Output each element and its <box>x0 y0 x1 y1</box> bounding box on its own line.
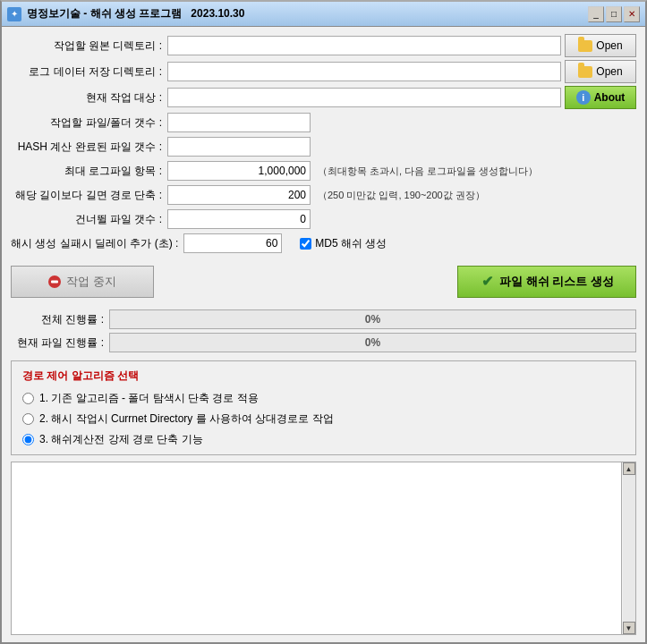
hash-done-label: HASH 계산 완료된 파일 갯수 : <box>11 140 167 155</box>
algo-options: 1. 기존 알고리즘 - 폴더 탐색시 단축 경로 적용 2. 해시 작업시 C… <box>22 391 625 447</box>
current-progress-bar: 0% <box>109 333 636 352</box>
max-log-input[interactable] <box>167 161 311 181</box>
window-title: 명정보기술 - 해쉬 생성 프로그램 2023.10.30 <box>27 6 244 21</box>
app-icon: ✦ <box>7 7 21 21</box>
path-shorten-input[interactable] <box>167 185 311 205</box>
button-row: 작업 중지 ✔ 파일 해쉬 리스트 생성 <box>11 262 636 301</box>
max-log-label: 최대 로그파일 항목 : <box>11 164 167 179</box>
title-buttons: _ □ ✕ <box>588 6 640 22</box>
md5-checkbox[interactable] <box>300 238 311 250</box>
maximize-button[interactable]: □ <box>606 6 622 22</box>
log-textarea[interactable] <box>11 462 622 635</box>
scroll-down-button[interactable]: ▼ <box>623 622 635 634</box>
delay-row: 해시 생성 실패시 딜레이 추가 (초) : MD5 해쉬 생성 <box>11 233 636 254</box>
work-dir-open-button[interactable]: Open <box>565 34 636 57</box>
algo-section-title: 경로 제어 알고리즘 선택 <box>22 369 625 384</box>
work-dir-row: 작업할 원본 디렉토리 : Open <box>11 34 636 57</box>
path-shorten-label: 해당 길이보다 길면 경로 단축 : <box>11 188 167 203</box>
skip-files-input[interactable] <box>167 209 311 229</box>
info-icon: i <box>576 90 591 105</box>
total-progress-text: 0% <box>365 313 380 326</box>
scroll-up-button[interactable]: ▲ <box>623 462 635 475</box>
skip-files-row: 건너뛸 파일 갯수 : <box>11 208 636 230</box>
about-button[interactable]: i About <box>565 86 636 109</box>
current-progress-row: 현재 파일 진행률 : 0% <box>11 333 636 352</box>
delay-label: 해시 생성 실패시 딜레이 추가 (초) : <box>11 236 183 251</box>
check-icon: ✔ <box>480 275 494 289</box>
log-section: ▲ ▼ <box>11 462 636 635</box>
hash-done-row: HASH 계산 완료된 파일 갯수 : <box>11 136 636 157</box>
total-progress-label: 전체 진행률 : <box>11 312 109 327</box>
folder-icon <box>578 40 592 52</box>
algo-radio-3[interactable] <box>22 434 34 445</box>
current-target-label: 현재 작업 대상 : <box>11 90 167 106</box>
log-dir-label: 로그 데이터 저장 디렉토리 : <box>11 64 167 80</box>
generate-button[interactable]: ✔ 파일 해쉬 리스트 생성 <box>457 266 636 298</box>
skip-files-label: 건너뛸 파일 갯수 : <box>11 212 167 227</box>
title-bar: ✦ 명정보기술 - 해쉬 생성 프로그램 2023.10.30 _ □ ✕ <box>2 2 645 27</box>
algo-radio-1[interactable] <box>22 393 34 404</box>
total-progress-bar: 0% <box>109 309 636 329</box>
max-log-hint: （최대항목 초과시, 다음 로그파일을 생성합니다） <box>318 165 538 178</box>
algo-option-3[interactable]: 3. 해쉬계산전 강제 경로 단축 기능 <box>22 432 625 447</box>
log-dir-input[interactable] <box>167 62 561 81</box>
algo-section: 경로 제어 알고리즘 선택 1. 기존 알고리즘 - 폴더 탐색시 단축 경로 … <box>11 360 636 455</box>
scroll-track <box>623 475 635 622</box>
stop-button[interactable]: 작업 중지 <box>11 266 154 298</box>
md5-checkbox-row: MD5 해쉬 생성 <box>300 236 387 251</box>
algo-option-2[interactable]: 2. 해시 작업시 Currnet Directory 를 사용하여 상대경로로… <box>22 411 625 427</box>
current-progress-text: 0% <box>365 336 380 349</box>
log-scrollbar: ▲ ▼ <box>622 462 636 635</box>
file-count-row: 작업할 파일/폴더 갯수 : <box>11 112 636 133</box>
max-log-row: 최대 로그파일 항목 : （최대항목 초과시, 다음 로그파일을 생성합니다） <box>11 160 636 182</box>
stop-icon <box>48 275 61 288</box>
total-progress-row: 전체 진행률 : 0% <box>11 309 636 329</box>
path-shorten-hint: （250 미만값 입력, 190~200값 권장） <box>318 189 485 202</box>
delay-input[interactable] <box>183 233 282 253</box>
work-dir-label: 작업할 원본 디렉토리 : <box>11 38 167 54</box>
minimize-button[interactable]: _ <box>588 6 604 22</box>
log-dir-row: 로그 데이터 저장 디렉토리 : Open <box>11 60 636 83</box>
log-dir-open-button[interactable]: Open <box>565 60 636 83</box>
current-target-input[interactable] <box>167 88 561 107</box>
algo-radio-2[interactable] <box>22 413 34 425</box>
title-bar-left: ✦ 명정보기술 - 해쉬 생성 프로그램 2023.10.30 <box>7 6 244 21</box>
file-count-input[interactable] <box>167 113 311 132</box>
path-shorten-row: 해당 길이보다 길면 경로 단축 : （250 미만값 입력, 190~200값… <box>11 184 636 206</box>
work-dir-input[interactable] <box>167 36 561 55</box>
main-window: ✦ 명정보기술 - 해쉬 생성 프로그램 2023.10.30 _ □ ✕ 작업… <box>0 0 647 644</box>
md5-label[interactable]: MD5 해쉬 생성 <box>315 236 387 251</box>
folder-icon-2 <box>578 66 592 78</box>
algo-option-1[interactable]: 1. 기존 알고리즘 - 폴더 탐색시 단축 경로 적용 <box>22 391 625 406</box>
current-progress-label: 현재 파일 진행률 : <box>11 335 109 351</box>
hash-done-input[interactable] <box>167 137 311 157</box>
file-count-label: 작업할 파일/폴더 갯수 : <box>11 115 167 131</box>
progress-section: 전체 진행률 : 0% 현재 파일 진행률 : 0% <box>11 309 636 352</box>
content-area: 작업할 원본 디렉토리 : Open 로그 데이터 저장 디렉토리 : Open… <box>2 27 645 642</box>
close-button[interactable]: ✕ <box>624 6 640 22</box>
current-target-row: 현재 작업 대상 : i About <box>11 86 636 109</box>
